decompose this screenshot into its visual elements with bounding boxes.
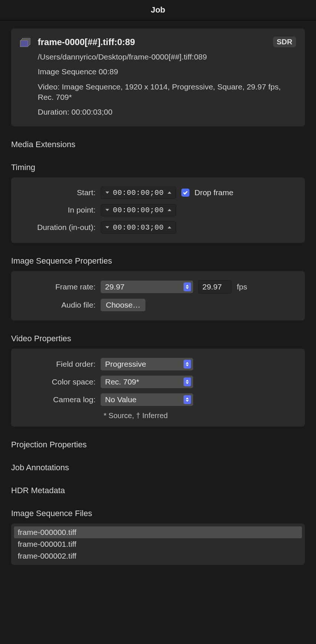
projection-properties-header[interactable]: Projection Properties: [11, 440, 305, 450]
job-path: /Users/dannyrico/Desktop/frame-0000[##].…: [38, 52, 296, 62]
updown-stepper-icon[interactable]: [184, 395, 191, 404]
image-sequence-files-list[interactable]: frame-000000.tiff frame-000001.tiff fram…: [11, 523, 305, 565]
job-sequence: Image Sequence 00:89: [38, 67, 296, 77]
frame-rate-select[interactable]: 29.97: [101, 281, 193, 293]
job-video-info: Video: Image Sequence, 1920 x 1014, Prog…: [38, 82, 296, 103]
frame-rate-select-value: 29.97: [105, 282, 125, 291]
chevron-down-icon[interactable]: [104, 224, 111, 231]
updown-stepper-icon[interactable]: [184, 377, 191, 386]
video-properties-header[interactable]: Video Properties: [11, 334, 305, 343]
in-point-value[interactable]: 00:00:00;00: [111, 206, 166, 214]
timing-section: Start: 00:00:00;00 Drop frame In point: …: [11, 177, 305, 243]
drop-frame-label: Drop frame: [195, 188, 233, 197]
start-timecode[interactable]: 00:00:00;00: [101, 187, 176, 199]
updown-stepper-icon[interactable]: [184, 360, 191, 369]
chevron-down-icon[interactable]: [104, 189, 111, 196]
media-extensions-header[interactable]: Media Extensions: [11, 140, 305, 149]
camera-log-select[interactable]: No Value: [101, 393, 193, 406]
color-space-select[interactable]: Rec. 709*: [101, 376, 193, 388]
fps-unit: fps: [237, 282, 247, 291]
field-order-label: Field order:: [18, 360, 95, 369]
camera-log-label: Camera log:: [18, 395, 95, 404]
chevron-up-icon[interactable]: [166, 189, 173, 196]
job-title: frame-0000[##].tiff:0:89: [38, 37, 135, 47]
hdr-metadata-header[interactable]: HDR Metadata: [11, 486, 305, 495]
image-sequence-icon: [20, 38, 31, 48]
field-order-value: Progressive: [105, 360, 146, 369]
updown-stepper-icon[interactable]: [184, 282, 191, 291]
start-label: Start:: [18, 188, 95, 197]
list-item[interactable]: frame-000002.tiff: [14, 550, 302, 562]
duration-value[interactable]: 00:00:03;00: [111, 223, 166, 232]
job-duration: Duration: 00:00:03;00: [38, 107, 296, 117]
frame-rate-input[interactable]: [198, 280, 232, 294]
in-point-timecode[interactable]: 00:00:00;00: [101, 204, 176, 216]
image-sequence-properties-section: Frame rate: 29.97 fps Audio file: Choose…: [11, 271, 305, 321]
in-point-label: In point:: [18, 206, 95, 214]
panel-title: Job: [0, 0, 316, 20]
timing-header[interactable]: Timing: [11, 163, 305, 172]
duration-label: Duration (in-out):: [18, 223, 95, 232]
sdr-badge: SDR: [273, 37, 296, 47]
chevron-down-icon[interactable]: [104, 207, 111, 213]
color-space-value: Rec. 709*: [105, 377, 139, 386]
frame-rate-label: Frame rate:: [18, 282, 95, 291]
camera-log-value: No Value: [105, 395, 137, 404]
image-sequence-properties-header[interactable]: Image Sequence Properties: [11, 256, 305, 266]
color-space-label: Color space:: [18, 377, 95, 386]
field-order-select[interactable]: Progressive: [101, 358, 193, 370]
start-value[interactable]: 00:00:00;00: [111, 189, 166, 197]
audio-file-label: Audio file:: [18, 301, 95, 309]
video-properties-section: Field order: Progressive Color space: Re…: [11, 349, 305, 427]
choose-audio-button[interactable]: Choose…: [101, 299, 145, 311]
image-sequence-files-header[interactable]: Image Sequence Files: [11, 509, 305, 518]
chevron-up-icon[interactable]: [166, 224, 173, 231]
list-item[interactable]: frame-000001.tiff: [14, 538, 302, 550]
job-annotations-header[interactable]: Job Annotations: [11, 463, 305, 472]
chevron-up-icon[interactable]: [166, 207, 173, 213]
duration-timecode[interactable]: 00:00:03;00: [101, 221, 176, 234]
drop-frame-checkbox[interactable]: [181, 189, 189, 197]
job-summary-card: frame-0000[##].tiff:0:89 SDR /Users/dann…: [11, 28, 305, 126]
video-props-footnote: * Source, † Inferred: [104, 411, 298, 420]
list-item[interactable]: frame-000000.tiff: [14, 526, 302, 538]
